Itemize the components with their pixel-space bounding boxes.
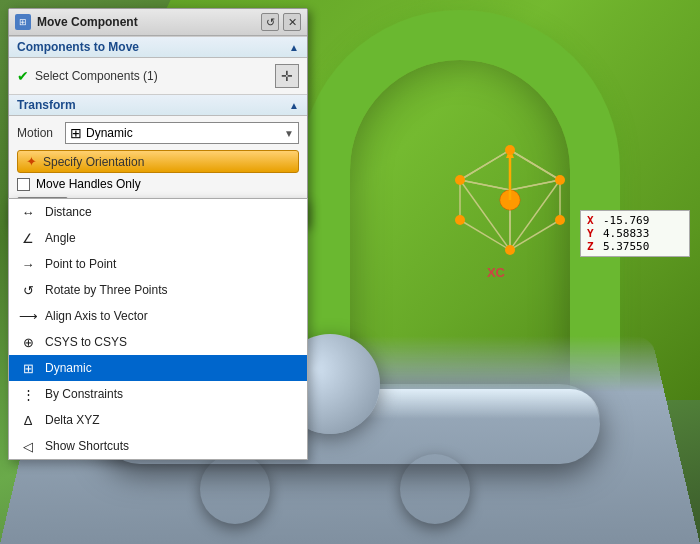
x-label: X	[587, 214, 599, 227]
dropdown-item-icon-csys-to-csys: ⊕	[19, 333, 37, 351]
move-gizmo[interactable]	[440, 130, 580, 270]
check-icon: ✔	[17, 68, 29, 84]
motion-label: Motion	[17, 126, 57, 140]
dropdown-item-label-point-to-point: Point to Point	[45, 257, 116, 271]
motion-dropdown-icon: ⊞	[70, 125, 82, 141]
y-value: 4.58833	[603, 227, 649, 240]
move-component-panel: ⊞ Move Component ↺ ✕ Components to Move …	[8, 8, 308, 226]
dropdown-arrow-icon: ▼	[284, 128, 294, 139]
dropdown-item-icon-rotate-by-three-points: ↺	[19, 281, 37, 299]
svg-point-12	[455, 215, 465, 225]
dropdown-item-icon-delta-xyz: Δ	[19, 411, 37, 429]
dropdown-item-by-constraints[interactable]: ⋮By Constraints	[9, 381, 307, 407]
z-label: Z	[587, 240, 599, 253]
specify-orientation-label: Specify Orientation	[43, 155, 144, 169]
svg-marker-2	[460, 180, 510, 250]
move-handles-checkbox[interactable]	[17, 178, 30, 191]
svg-point-9	[555, 175, 565, 185]
dropdown-item-icon-by-constraints: ⋮	[19, 385, 37, 403]
dropdown-item-label-distance: Distance	[45, 205, 92, 219]
dropdown-item-icon-dynamic: ⊞	[19, 359, 37, 377]
star-icon: ✦	[26, 154, 37, 169]
transform-section-label: Transform	[17, 98, 76, 112]
dropdown-item-label-angle: Angle	[45, 231, 76, 245]
dropdown-item-icon-point-to-point: →	[19, 255, 37, 273]
dropdown-item-align-axis-to-vector[interactable]: ⟶Align Axis to Vector	[9, 303, 307, 329]
components-section-header: Components to Move ▲	[9, 36, 307, 58]
dropdown-item-distance[interactable]: ↔Distance	[9, 199, 307, 225]
x-value: -15.769	[603, 214, 649, 227]
motion-dropdown-text: Dynamic	[86, 126, 280, 140]
y-label: Y	[587, 227, 599, 240]
components-chevron-icon: ▲	[289, 42, 299, 53]
panel-reset-button[interactable]: ↺	[261, 13, 279, 31]
dropdown-item-show-shortcuts[interactable]: ◁Show Shortcuts	[9, 433, 307, 459]
dropdown-item-rotate-by-three-points[interactable]: ↺Rotate by Three Points	[9, 277, 307, 303]
pipe-circle-2	[200, 454, 270, 524]
svg-point-10	[555, 215, 565, 225]
dropdown-item-icon-align-axis-to-vector: ⟶	[19, 307, 37, 325]
dropdown-item-icon-angle: ∠	[19, 229, 37, 247]
dropdown-item-point-to-point[interactable]: →Point to Point	[9, 251, 307, 277]
specify-orientation-button[interactable]: ✦ Specify Orientation	[17, 150, 299, 173]
panel-controls: ↺ ✕	[261, 13, 301, 31]
transform-chevron-icon: ▲	[289, 100, 299, 111]
dropdown-item-label-show-shortcuts: Show Shortcuts	[45, 439, 129, 453]
dropdown-item-label-align-axis-to-vector: Align Axis to Vector	[45, 309, 148, 323]
panel-titlebar[interactable]: ⊞ Move Component ↺ ✕	[9, 9, 307, 36]
dropdown-item-label-by-constraints: By Constraints	[45, 387, 123, 401]
select-components-label: Select Components (1)	[35, 69, 269, 83]
move-handles-row: Move Handles Only	[17, 177, 299, 191]
svg-marker-3	[510, 180, 560, 250]
motion-dropdown-menu[interactable]: ↔Distance∠Angle→Point to Point↺Rotate by…	[8, 198, 308, 460]
dropdown-item-label-dynamic: Dynamic	[45, 361, 92, 375]
select-components-row: ✔ Select Components (1) ✛	[17, 64, 299, 88]
dropdown-item-icon-distance: ↔	[19, 203, 37, 221]
dropdown-item-csys-to-csys[interactable]: ⊕CSYS to CSYS	[9, 329, 307, 355]
dropdown-item-label-csys-to-csys: CSYS to CSYS	[45, 335, 127, 349]
coordinate-readout: X -15.769 Y 4.58833 Z 5.37550	[580, 210, 690, 257]
dropdown-item-icon-show-shortcuts: ◁	[19, 437, 37, 455]
svg-point-11	[505, 245, 515, 255]
panel-title: Move Component	[37, 15, 255, 29]
add-component-button[interactable]: ✛	[275, 64, 299, 88]
dropdown-item-delta-xyz[interactable]: ΔDelta XYZ	[9, 407, 307, 433]
transform-section-header: Transform ▲	[9, 94, 307, 116]
move-handles-label: Move Handles Only	[36, 177, 141, 191]
components-section-label: Components to Move	[17, 40, 139, 54]
components-section-body: ✔ Select Components (1) ✛	[9, 58, 307, 94]
dropdown-item-label-delta-xyz: Delta XYZ	[45, 413, 100, 427]
motion-dropdown[interactable]: ⊞ Dynamic ▼	[65, 122, 299, 144]
pipe-circle-3	[400, 454, 470, 524]
dropdown-item-angle[interactable]: ∠Angle	[9, 225, 307, 251]
panel-close-button[interactable]: ✕	[283, 13, 301, 31]
svg-point-13	[455, 175, 465, 185]
panel-title-icon: ⊞	[15, 14, 31, 30]
motion-row: Motion ⊞ Dynamic ▼	[17, 122, 299, 144]
dropdown-item-label-rotate-by-three-points: Rotate by Three Points	[45, 283, 168, 297]
z-value: 5.37550	[603, 240, 649, 253]
dropdown-item-dynamic[interactable]: ⊞Dynamic	[9, 355, 307, 381]
svg-point-8	[505, 145, 515, 155]
